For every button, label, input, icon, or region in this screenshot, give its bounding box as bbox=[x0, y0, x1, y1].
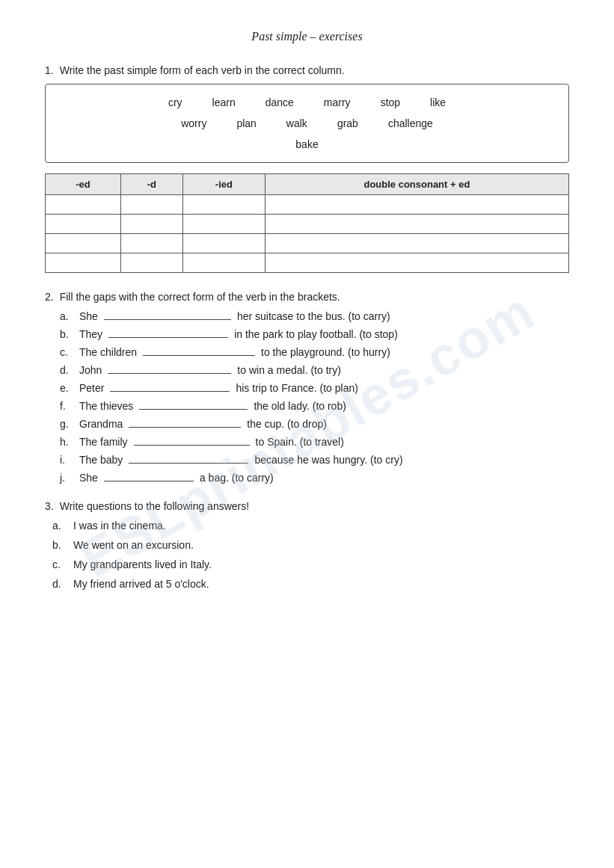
section3-item-a: a. I was in the cinema. bbox=[52, 520, 569, 532]
label-h: h. bbox=[60, 436, 76, 448]
table-row bbox=[46, 234, 569, 253]
label-e: e. bbox=[60, 382, 76, 394]
label-f: f. bbox=[60, 400, 76, 412]
columns-table: -ed -d -ied double consonant + ed bbox=[45, 173, 569, 273]
blank-b[interactable] bbox=[108, 337, 228, 338]
section2-header: 2. Fill the gaps with the correct form o… bbox=[45, 291, 569, 303]
blank-h[interactable] bbox=[134, 445, 250, 446]
section3-item-d: d. My friend arrived at 5 o'clock. bbox=[52, 578, 569, 590]
col-header-ied: -ied bbox=[182, 174, 265, 195]
blank-d[interactable] bbox=[108, 373, 231, 374]
section3-answer-a: I was in the cinema. bbox=[73, 520, 166, 532]
fill-item-f: f. The thieves the old lady. (to rob) bbox=[60, 400, 569, 412]
section2-number: 2. bbox=[45, 291, 54, 303]
word-row-1: cry learn dance marry stop like bbox=[61, 92, 553, 113]
fill-item-g: g. Grandma the cup. (to drop) bbox=[60, 418, 569, 430]
table-row bbox=[46, 215, 569, 234]
word-row-2: worry plan walk grab challenge bbox=[61, 113, 553, 134]
label-b: b. bbox=[60, 328, 76, 340]
section1: 1. Write the past simple form of each ve… bbox=[45, 64, 569, 273]
section2-instruction: Fill the gaps with the correct form of t… bbox=[60, 291, 340, 303]
table-row bbox=[46, 195, 569, 215]
section3-answer-d: My friend arrived at 5 o'clock. bbox=[73, 578, 209, 590]
fill-item-j: j. She a bag. (to carry) bbox=[60, 472, 569, 484]
fill-item-i: i. The baby because he was hungry. (to c… bbox=[60, 454, 569, 466]
blank-g[interactable] bbox=[129, 427, 241, 428]
section3-items: a. I was in the cinema. b. We went on an… bbox=[52, 520, 569, 590]
fill-item-a: a. She her suitcase to the bus. (to carr… bbox=[60, 310, 569, 322]
page-title: Past simple – exercises bbox=[45, 30, 569, 43]
fill-item-b: b. They in the park to play football. (t… bbox=[60, 328, 569, 340]
blank-a[interactable] bbox=[104, 319, 231, 320]
blank-f[interactable] bbox=[139, 409, 248, 410]
section3-label-a: a. bbox=[52, 520, 69, 532]
section3-answer-c: My grandparents lived in Italy. bbox=[73, 558, 212, 570]
section3-label-d: d. bbox=[52, 578, 69, 590]
label-d: d. bbox=[60, 364, 76, 376]
section3-item-b: b. We went on an excursion. bbox=[52, 539, 569, 551]
section1-instruction: Write the past simple form of each verb … bbox=[60, 64, 345, 76]
fill-item-e: e. Peter his trip to France. (to plan) bbox=[60, 382, 569, 394]
section3-item-c: c. My grandparents lived in Italy. bbox=[52, 558, 569, 570]
col-header-d: -d bbox=[120, 174, 182, 195]
label-j: j. bbox=[60, 472, 76, 484]
section1-number: 1. bbox=[45, 64, 54, 76]
section3-answer-b: We went on an excursion. bbox=[73, 539, 194, 551]
fill-item-c: c. The children to the playground. (to h… bbox=[60, 346, 569, 358]
fill-item-h: h. The family to Spain. (to travel) bbox=[60, 436, 569, 448]
label-a: a. bbox=[60, 310, 76, 322]
blank-c[interactable] bbox=[143, 355, 255, 356]
fill-item-d: d. John to win a medal. (to try) bbox=[60, 364, 569, 376]
section3-label-b: b. bbox=[52, 539, 69, 551]
label-g: g. bbox=[60, 418, 76, 430]
section3: 3. Write questions to the following answ… bbox=[45, 500, 569, 590]
table-header-row: -ed -d -ied double consonant + ed bbox=[46, 174, 569, 195]
section3-label-c: c. bbox=[52, 558, 69, 570]
fill-items: a. She her suitcase to the bus. (to carr… bbox=[60, 310, 569, 484]
section2: 2. Fill the gaps with the correct form o… bbox=[45, 291, 569, 484]
label-i: i. bbox=[60, 454, 76, 466]
table-row bbox=[46, 253, 569, 273]
word-row-3: bake bbox=[61, 134, 553, 155]
section1-header: 1. Write the past simple form of each ve… bbox=[45, 64, 569, 76]
section3-header: 3. Write questions to the following answ… bbox=[45, 500, 569, 512]
section3-number: 3. bbox=[45, 500, 54, 512]
blank-e[interactable] bbox=[110, 391, 230, 392]
col-header-double: double consonant + ed bbox=[265, 174, 568, 195]
blank-i[interactable] bbox=[129, 463, 248, 464]
label-c: c. bbox=[60, 346, 76, 358]
blank-j[interactable] bbox=[104, 481, 194, 481]
section3-instruction: Write questions to the following answers… bbox=[60, 500, 249, 512]
col-header-ed: -ed bbox=[46, 174, 121, 195]
word-box: cry learn dance marry stop like worry pl… bbox=[45, 84, 569, 163]
